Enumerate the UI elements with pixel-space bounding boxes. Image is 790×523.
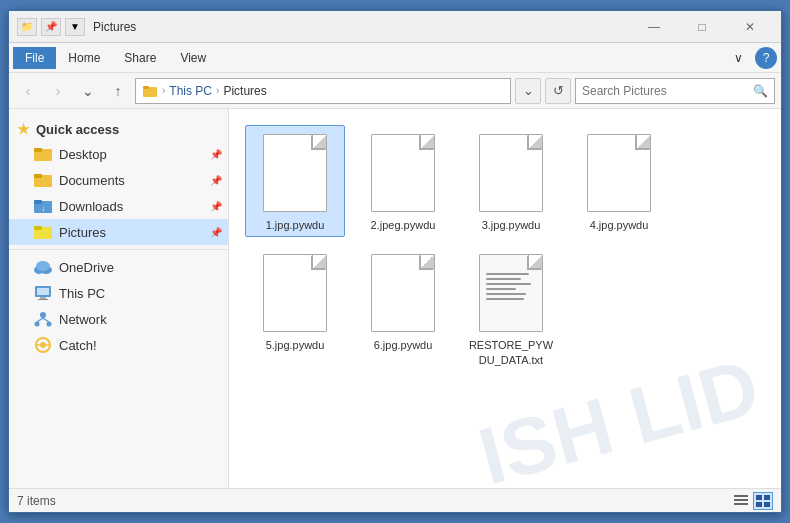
sidebar-label-desktop: Desktop: [59, 147, 107, 162]
file-name-restore-txt: RESTORE_PYWDU_DATA.txt: [466, 338, 556, 367]
minimize-button[interactable]: —: [631, 11, 677, 43]
address-path[interactable]: › This PC › Pictures: [135, 78, 511, 104]
maximize-button[interactable]: □: [679, 11, 725, 43]
status-bar: 7 items: [9, 488, 781, 512]
sidebar-label-thispc: This PC: [59, 286, 105, 301]
title-pin[interactable]: 📌: [41, 18, 61, 36]
file-icon-restore-txt: [479, 254, 543, 334]
file-item-4jpg[interactable]: 4.jpg.pywdu: [569, 125, 669, 237]
large-icon-view-button[interactable]: [753, 492, 773, 510]
pin-icon-downloads: 📌: [210, 201, 222, 212]
sidebar-label-onedrive: OneDrive: [59, 260, 114, 275]
path-thispc[interactable]: This PC: [169, 84, 212, 98]
sidebar-item-desktop[interactable]: Desktop 📌: [9, 141, 228, 167]
recent-button[interactable]: ⌄: [75, 78, 101, 104]
svg-rect-32: [756, 502, 762, 507]
file-name-4jpg: 4.jpg.pywdu: [590, 218, 649, 232]
svg-point-13: [36, 261, 50, 271]
file-item-restore-txt[interactable]: RESTORE_PYWDU_DATA.txt: [461, 245, 561, 372]
list-view-button[interactable]: [731, 492, 751, 510]
file-item-5jpg[interactable]: 5.jpg.pywdu: [245, 245, 345, 372]
svg-point-18: [40, 312, 46, 318]
svg-rect-29: [734, 503, 748, 505]
menu-home[interactable]: Home: [56, 47, 112, 69]
svg-rect-28: [734, 499, 748, 501]
svg-rect-16: [40, 297, 46, 299]
thispc-icon: [33, 284, 53, 302]
address-bar: ‹ › ⌄ ↑ › This PC › Pictures ⌄ ↺ 🔍: [9, 73, 781, 109]
sidebar-item-network[interactable]: Network: [9, 306, 228, 332]
file-icon-2jpeg: [371, 134, 435, 214]
menu-bar: File Home Share View ∨ ?: [9, 43, 781, 73]
star-icon: ★: [17, 121, 30, 137]
svg-rect-10: [34, 226, 42, 230]
svg-text:↓: ↓: [41, 204, 45, 213]
file-item-6jpg[interactable]: 6.jpg.pywdu: [353, 245, 453, 372]
title-bar: 📁 📌 ▼ Pictures — □ ✕: [9, 11, 781, 43]
network-icon: [33, 310, 53, 328]
file-icon-6jpg: [371, 254, 435, 334]
title-dropdown[interactable]: ▼: [65, 18, 85, 36]
search-box: 🔍: [575, 78, 775, 104]
sidebar-label-pictures: Pictures: [59, 225, 106, 240]
up-button[interactable]: ↑: [105, 78, 131, 104]
file-item-2jpeg[interactable]: 2.jpeg.pywdu: [353, 125, 453, 237]
content-area: ★ Quick access Desktop 📌 Documents 📌: [9, 109, 781, 488]
sidebar-divider-1: [9, 249, 228, 250]
desktop-folder-icon: [33, 145, 53, 163]
pictures-folder-icon: [33, 223, 53, 241]
sidebar-item-pictures[interactable]: Pictures 📌: [9, 219, 228, 245]
title-quick-access[interactable]: 📁: [17, 18, 37, 36]
sidebar-label-documents: Documents: [59, 173, 125, 188]
sidebar-label-catch: Catch!: [59, 338, 97, 353]
reload-button[interactable]: ↺: [545, 78, 571, 104]
files-area: ISH LID 1.jpg.pywdu: [229, 109, 781, 488]
sidebar-item-documents[interactable]: Documents 📌: [9, 167, 228, 193]
file-icon-3jpg: [479, 134, 543, 214]
file-icon-1jpg: [263, 134, 327, 214]
menu-share[interactable]: Share: [112, 47, 168, 69]
sidebar-item-onedrive[interactable]: OneDrive: [9, 254, 228, 280]
close-button[interactable]: ✕: [727, 11, 773, 43]
pin-icon-pictures: 📌: [210, 227, 222, 238]
svg-rect-17: [38, 299, 48, 300]
sidebar-label-network: Network: [59, 312, 107, 327]
downloads-folder-icon: ↓: [33, 197, 53, 215]
sidebar-item-downloads[interactable]: ↓ Downloads 📌: [9, 193, 228, 219]
search-input[interactable]: [582, 84, 749, 98]
quick-access-header[interactable]: ★ Quick access: [9, 117, 228, 141]
window-title: Pictures: [93, 20, 631, 34]
view-buttons: [731, 492, 773, 510]
forward-button[interactable]: ›: [45, 78, 71, 104]
file-item-1jpg[interactable]: 1.jpg.pywdu: [245, 125, 345, 237]
sidebar-item-thispc[interactable]: This PC: [9, 280, 228, 306]
file-name-5jpg: 5.jpg.pywdu: [266, 338, 325, 352]
svg-line-22: [43, 318, 49, 322]
refresh-button[interactable]: ⌄: [515, 78, 541, 104]
item-label: items: [27, 494, 56, 508]
svg-rect-27: [734, 495, 748, 497]
file-icon-4jpg: [587, 134, 651, 214]
menu-help[interactable]: ?: [755, 47, 777, 69]
search-icon: 🔍: [753, 84, 768, 98]
svg-rect-3: [34, 148, 42, 152]
folder-icon: [142, 83, 158, 99]
status-text: 7 items: [17, 494, 731, 508]
file-item-3jpg[interactable]: 3.jpg.pywdu: [461, 125, 561, 237]
menu-chevron[interactable]: ∨: [722, 47, 755, 69]
sidebar-item-catch[interactable]: Catch!: [9, 332, 228, 358]
svg-rect-5: [34, 174, 42, 178]
svg-point-19: [35, 322, 40, 327]
back-button[interactable]: ‹: [15, 78, 41, 104]
file-name-3jpg: 3.jpg.pywdu: [482, 218, 541, 232]
file-name-1jpg: 1.jpg.pywdu: [266, 218, 325, 232]
menu-view[interactable]: View: [168, 47, 218, 69]
quick-access-label: Quick access: [36, 122, 119, 137]
svg-rect-33: [764, 502, 770, 507]
file-icon-5jpg: [263, 254, 327, 334]
documents-folder-icon: [33, 171, 53, 189]
onedrive-icon: [33, 258, 53, 276]
menu-file[interactable]: File: [13, 47, 56, 69]
svg-point-20: [47, 322, 52, 327]
catch-icon: [33, 336, 53, 354]
